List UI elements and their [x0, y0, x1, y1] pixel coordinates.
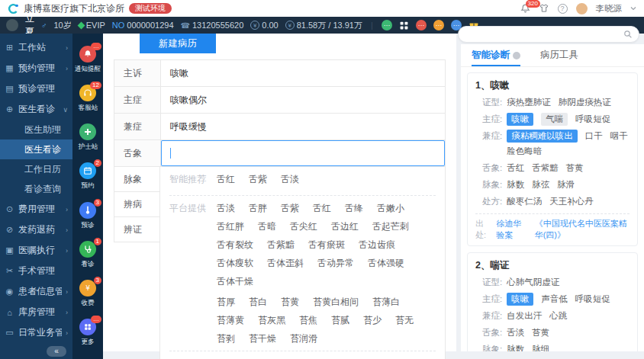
symptom-item[interactable]: 舌紫黯: [532, 162, 559, 175]
field-input-主诉[interactable]: 咳嗽: [161, 60, 445, 86]
user-avatar[interactable]: [576, 3, 588, 14]
tab-record-tools[interactable]: 病历工具: [540, 44, 578, 66]
field-input-主症[interactable]: 咳嗽偶尔: [161, 87, 445, 113]
tag-舌有瘀斑[interactable]: 舌有瘀斑: [308, 239, 345, 252]
tag-苔剥[interactable]: 苔剥: [217, 332, 235, 345]
tag-苔黄[interactable]: 苔黄: [281, 296, 299, 309]
tab-smart-diagnosis[interactable]: 智能诊断: [472, 44, 520, 66]
tag-苔腻[interactable]: 苔腻: [331, 314, 349, 327]
field-input-兼症[interactable]: 呼吸缓慢: [161, 114, 445, 139]
tag-舌体歪斜[interactable]: 舌体歪斜: [267, 257, 304, 270]
tag-舌淡[interactable]: 舌淡: [217, 202, 235, 215]
tag-舌嫩小[interactable]: 舌嫩小: [377, 202, 404, 215]
quick-item-护士站[interactable]: 护士站: [78, 123, 98, 152]
tag-苔厚[interactable]: 苔厚: [217, 296, 235, 309]
symptom-item[interactable]: 痰粘稠难以咳出: [507, 130, 578, 143]
tag-舌体强硬[interactable]: 舌体强硬: [368, 257, 404, 270]
tag-苔黄白相间[interactable]: 苔黄白相间: [313, 296, 359, 309]
sidebar-item-患者信息管理[interactable]: ◉患者信息管理›: [0, 281, 72, 302]
symptom-item[interactable]: 气喘: [541, 113, 568, 126]
tag-苔灰黑[interactable]: 苔灰黑: [258, 314, 285, 327]
symptom-item[interactable]: 酸枣仁汤: [507, 195, 542, 208]
tag-舌紫[interactable]: 舌紫: [249, 173, 267, 186]
tag-舌暗[interactable]: 舌暗: [258, 220, 276, 233]
quick-item-更多[interactable]: …更多: [79, 319, 96, 347]
tag-舌边红[interactable]: 舌边红: [331, 220, 359, 233]
symptom-item[interactable]: 舌淡: [507, 326, 524, 339]
tag-舌边齿痕[interactable]: 舌边齿痕: [359, 239, 395, 252]
sidebar-item-手术管理[interactable]: ✂手术管理: [0, 261, 72, 281]
symptom-item[interactable]: 脉滑: [557, 178, 575, 191]
tag-舌绛[interactable]: 舌绛: [345, 202, 363, 215]
symptom-item[interactable]: 咳嗽: [507, 293, 533, 306]
sidebar-item-医生看诊[interactable]: ⊕医生看诊∨: [0, 99, 72, 120]
symptom-item[interactable]: 脉数: [507, 178, 524, 191]
quick-item-预诊[interactable]: 3预诊: [79, 202, 96, 230]
symptom-item[interactable]: 舌红: [507, 162, 524, 175]
tag-苔薄黄[interactable]: 苔薄黄: [217, 314, 244, 327]
sidebar-subitem-医生助理[interactable]: 医生助理: [0, 120, 72, 139]
symptom-item[interactable]: 苔黄: [566, 162, 584, 175]
chat-icon[interactable]: ⋯: [382, 20, 392, 30]
tag-苔无[interactable]: 苔无: [395, 314, 414, 327]
quick-item-收费[interactable]: ¥3收费: [79, 280, 96, 308]
symptom-item[interactable]: 咳嗽: [507, 113, 533, 126]
tag-舌尖红[interactable]: 舌尖红: [290, 220, 317, 233]
sidebar-item-预诊管理[interactable]: ▤预诊管理: [0, 79, 72, 99]
tag-舌红[interactable]: 舌红: [217, 173, 235, 186]
apps-grid-icon[interactable]: [399, 21, 409, 30]
search-icon[interactable]: [623, 30, 633, 39]
sidebar-subitem-工作日历[interactable]: 工作日历: [0, 159, 72, 179]
tag-舌动异常[interactable]: 舌动异常: [317, 257, 354, 270]
tag-舌红胖[interactable]: 舌红胖: [217, 220, 244, 233]
search-input[interactable]: [458, 26, 639, 43]
sidebar-subitem-医生看诊[interactable]: 医生看诊: [0, 139, 72, 159]
symptom-item[interactable]: 痰热壅肺证: [507, 96, 551, 109]
tag-苔润滑[interactable]: 苔润滑: [290, 332, 317, 345]
sidebar-item-发药退药[interactable]: ⊘发药退药›: [0, 220, 72, 240]
tag-舌紫[interactable]: 舌紫: [281, 202, 299, 215]
tag-苔焦[interactable]: 苔焦: [299, 314, 317, 327]
symptom-item[interactable]: 脉细: [532, 343, 549, 351]
symptom-item[interactable]: 脸色晦暗: [507, 145, 542, 158]
symptom-item[interactable]: 咽干: [610, 130, 628, 143]
notification-bell-icon[interactable]: 320: [520, 4, 530, 14]
sidebar-collapse-button[interactable]: «: [47, 346, 66, 357]
symptom-item[interactable]: 苔黄: [532, 326, 549, 339]
tag-舌有裂纹[interactable]: 舌有裂纹: [217, 239, 253, 252]
sidebar-item-工作站[interactable]: ⊞工作站›: [0, 37, 72, 58]
symptom-item[interactable]: 呼吸短促: [575, 113, 610, 126]
alert-icon[interactable]: ⋯: [416, 20, 427, 30]
symptom-item[interactable]: 肺阴虚痰热证: [559, 96, 611, 109]
tag-苔薄白[interactable]: 苔薄白: [372, 296, 400, 309]
source-link[interactable]: 徐迪华验案: [496, 218, 528, 241]
coin-icon[interactable]: ⋯: [433, 20, 444, 30]
tag-舌起芒刺[interactable]: 舌起芒刺: [372, 220, 409, 233]
sidebar-item-日常业务管理[interactable]: ▭日常业务管理›: [0, 322, 72, 343]
chevron-down-icon[interactable]: [630, 5, 636, 11]
tag-苔白[interactable]: 苔白: [249, 296, 267, 309]
patient-avatar[interactable]: [6, 19, 18, 31]
quick-item-通知提醒[interactable]: …通知提醒: [74, 46, 101, 74]
tag-舌体瘦软[interactable]: 舌体瘦软: [217, 257, 253, 270]
quick-item-预约[interactable]: 2预约: [79, 162, 96, 191]
quick-item-看诊[interactable]: 1看诊: [79, 241, 96, 269]
symptom-item[interactable]: 心肺气阴虚证: [507, 276, 559, 289]
symptom-item[interactable]: 自发出汗: [507, 309, 542, 322]
sidebar-subitem-看诊查询[interactable]: 看诊查询: [0, 179, 72, 199]
symptom-item[interactable]: 声音低: [541, 293, 568, 306]
user-name[interactable]: 李晓源: [596, 3, 623, 14]
tab-new-record[interactable]: 新建病历: [140, 34, 216, 53]
symptom-item[interactable]: 脉弦: [532, 178, 549, 191]
quick-item-客服站[interactable]: 12客服站: [78, 85, 98, 113]
symptom-item[interactable]: 脉数: [507, 343, 524, 351]
sidebar-item-预约管理[interactable]: ▦预约管理›: [0, 58, 72, 79]
symptom-item[interactable]: 口干: [585, 130, 603, 143]
help-icon[interactable]: ?: [558, 4, 568, 14]
tag-舌红[interactable]: 舌红: [313, 202, 331, 215]
symptom-item[interactable]: 呼吸短促: [575, 293, 610, 306]
tag-苔少[interactable]: 苔少: [363, 314, 382, 327]
tag-舌淡[interactable]: 舌淡: [281, 173, 299, 186]
tag-舌紫黯[interactable]: 舌紫黯: [267, 239, 295, 252]
symptom-item[interactable]: 心跳: [549, 309, 567, 322]
